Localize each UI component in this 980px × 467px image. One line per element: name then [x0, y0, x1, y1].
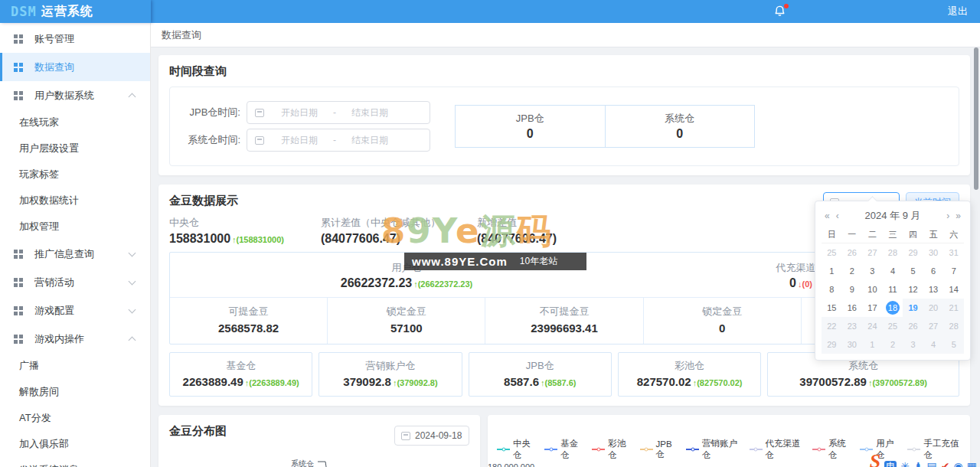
day-number: 1: [870, 340, 874, 349]
calendar-day[interactable]: 2: [883, 335, 903, 354]
distribution-date-picker[interactable]: 2024-09-18: [394, 426, 469, 446]
calendar-day[interactable]: 18: [883, 299, 903, 317]
calendar-day[interactable]: 10: [862, 280, 883, 299]
sidebar-item[interactable]: 在线玩家: [0, 109, 150, 136]
legend-item[interactable]: 基金仓: [544, 438, 582, 461]
calendar-day[interactable]: 26: [903, 317, 923, 335]
end-date-placeholder: 结束日期: [351, 106, 388, 119]
sidebar-item[interactable]: 加入俱乐部: [0, 431, 150, 457]
stat-label: 新增差值: [477, 216, 557, 230]
stat-value: 158831000↑(158831000): [169, 232, 284, 246]
sidebar-item[interactable]: 广播: [0, 353, 150, 379]
sidebar-item[interactable]: 账号管理: [0, 24, 150, 53]
legend-item[interactable]: 中央仓: [497, 438, 534, 461]
sidebar-item[interactable]: 用户层级设置: [0, 136, 150, 162]
circle-app-icon[interactable]: ◉: [954, 461, 963, 467]
calendar-day[interactable]: 27: [862, 243, 883, 262]
person-app-icon[interactable]: ♟: [913, 461, 923, 467]
legend-label: 系统仓: [828, 438, 850, 461]
calendar-day[interactable]: 27: [923, 317, 944, 335]
legend-item[interactable]: JPB仓: [640, 438, 676, 461]
system-date-range-input[interactable]: 开始日期 - 结束日期: [247, 129, 430, 152]
calendar-day[interactable]: 24: [862, 317, 883, 335]
calendar-day[interactable]: 20: [923, 299, 944, 317]
sidebar-item[interactable]: 加权管理: [0, 214, 150, 240]
calendar-day[interactable]: 6: [923, 262, 944, 280]
calendar-day[interactable]: 1: [862, 335, 883, 354]
legend-item[interactable]: 营销账户仓: [686, 438, 740, 461]
calendar-day[interactable]: 30: [842, 335, 863, 354]
sidebar-item[interactable]: 发送系统消息: [0, 457, 150, 467]
sidebar-item[interactable]: 游戏配置: [0, 296, 150, 325]
calendar-title[interactable]: 2024 年 9 月: [842, 209, 944, 223]
calendar-day[interactable]: 26: [842, 243, 863, 262]
sidebar-item[interactable]: AT分发: [0, 405, 150, 431]
calendar-day[interactable]: 31: [943, 243, 964, 262]
s-logo-icon[interactable]: S: [870, 452, 880, 467]
legend-marker-icon: [686, 449, 699, 450]
calendar-day[interactable]: 5: [943, 335, 964, 354]
check-app-icon[interactable]: ✔: [941, 461, 950, 467]
next-year-button[interactable]: »: [952, 211, 964, 221]
calendar-day[interactable]: 13: [923, 280, 944, 299]
sidebar-item[interactable]: 游戏内操作: [0, 325, 150, 353]
distribution-date-value: 2024-09-18: [415, 430, 462, 441]
calendar-day[interactable]: 23: [842, 317, 863, 335]
logout-button[interactable]: 退出: [948, 0, 968, 23]
prev-year-button[interactable]: «: [822, 211, 833, 221]
jpb-date-range-input[interactable]: 开始日期 - 结束日期: [247, 101, 430, 124]
calendar-day[interactable]: 8: [822, 280, 842, 299]
calendar-day[interactable]: 11: [883, 280, 903, 299]
calendar-day[interactable]: 17: [862, 299, 883, 317]
legend-item[interactable]: 彩池仓: [592, 438, 629, 461]
calendar-day[interactable]: 28: [943, 317, 964, 335]
sidebar-item[interactable]: 数据查询: [0, 53, 150, 81]
calendar-day[interactable]: 12: [903, 280, 923, 299]
calendar-day[interactable]: 25: [883, 317, 903, 335]
calendar-day[interactable]: 25: [822, 243, 842, 262]
grid-app-icon[interactable]: ▦: [967, 461, 977, 467]
notification-bell-icon[interactable]: [773, 4, 789, 19]
calendar-day[interactable]: 29: [903, 243, 923, 262]
legend-marker-icon: [812, 449, 825, 450]
sidebar-item[interactable]: 用户数据系统: [0, 81, 150, 109]
calendar-day[interactable]: 21: [943, 299, 964, 317]
next-month-button[interactable]: ›: [943, 211, 952, 221]
calendar-day[interactable]: 16: [842, 299, 863, 317]
calendar-header: « ‹ 2024 年 9 月 › »: [822, 206, 964, 226]
dian-app-icon[interactable]: 电: [884, 461, 897, 467]
vertical-scrollbar[interactable]: [974, 47, 978, 190]
sidebar-item[interactable]: 加权数据统计: [0, 188, 150, 214]
legend-marker-icon: [750, 449, 763, 450]
sidebar-item[interactable]: 玩家标签: [0, 162, 150, 188]
calendar-day[interactable]: 5: [903, 262, 923, 280]
calendar-day[interactable]: 28: [883, 243, 903, 262]
day-number: 4: [890, 266, 895, 276]
calendar-day[interactable]: 22: [822, 317, 842, 335]
calendar-day[interactable]: 1: [822, 262, 842, 280]
legend-label: 彩池仓: [608, 438, 629, 461]
distribution-card: 金豆分布图 2024-09-18 系统仓用: [158, 415, 480, 467]
calendar-day[interactable]: 3: [903, 335, 923, 354]
calendar-day[interactable]: 9: [842, 280, 863, 299]
range-separator: -: [333, 135, 336, 145]
asterisk-app-icon[interactable]: ✳: [900, 461, 910, 467]
calendar-day[interactable]: 30: [923, 243, 944, 262]
calendar-day[interactable]: 3: [862, 262, 883, 280]
sidebar-item[interactable]: 推广信息查询: [0, 240, 150, 268]
sidebar-item[interactable]: 解散房间: [0, 379, 150, 405]
legend-item[interactable]: 代充渠道仓: [750, 438, 803, 461]
list-app-icon[interactable]: ▤: [927, 461, 937, 467]
day-number: 29: [827, 340, 836, 349]
calendar-day[interactable]: 7: [943, 262, 964, 280]
calendar-day[interactable]: 4: [883, 262, 903, 280]
calendar-day[interactable]: 14: [943, 280, 964, 299]
calendar-day[interactable]: 2: [842, 262, 863, 280]
calendar-day[interactable]: 29: [822, 335, 842, 354]
calendar-day[interactable]: 4: [923, 335, 944, 354]
calendar-day[interactable]: 19: [903, 299, 923, 317]
legend-item[interactable]: 系统仓: [812, 438, 850, 461]
calendar-day[interactable]: 15: [822, 299, 842, 317]
prev-month-button[interactable]: ‹: [833, 211, 842, 221]
sidebar-item[interactable]: 营销活动: [0, 268, 150, 296]
